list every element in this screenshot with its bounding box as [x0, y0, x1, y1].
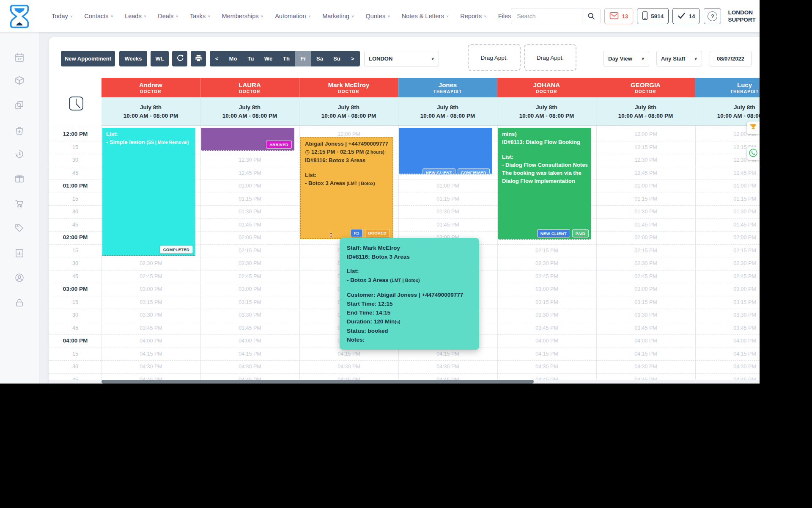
menu-item-notes-letters[interactable]: Notes & Letters∨: [402, 13, 449, 19]
time-slot-lucy[interactable]: 01:30 PM: [695, 205, 760, 218]
time-slot-andrew[interactable]: 04:15 PM: [102, 348, 200, 360]
menu-item-marketing[interactable]: Marketing∨: [322, 13, 354, 19]
time-slot-laura[interactable]: 04:15 PM: [200, 348, 299, 360]
time-slot-lucy[interactable]: 04:00 PM: [695, 334, 760, 347]
time-slot-lucy[interactable]: 03:15 PM: [695, 296, 760, 309]
column-header-lucy[interactable]: LucyTHERAPIST: [695, 78, 760, 97]
time-slot-andrew[interactable]: 02:30 PM: [102, 257, 200, 270]
time-slot-georgia[interactable]: 01:15 PM: [596, 193, 695, 205]
rewards-rail-button[interactable]: [747, 121, 760, 134]
sidebar-item-user-circle[interactable]: [14, 272, 25, 283]
day-sa[interactable]: Sa: [311, 51, 328, 66]
time-slot-georgia[interactable]: 04:15 PM: [596, 348, 695, 360]
phone-badge[interactable]: 5914: [637, 8, 669, 24]
time-slot-georgia[interactable]: 03:00 PM: [596, 283, 695, 295]
time-slot-georgia[interactable]: 01:00 PM: [596, 179, 695, 192]
day-next[interactable]: >: [346, 51, 360, 66]
column-header-mark-mcelroy[interactable]: Mark McElroyDOCTOR: [299, 78, 398, 97]
menu-item-deals[interactable]: Deals∨: [158, 13, 178, 19]
search-icon[interactable]: [582, 8, 600, 24]
time-slot-laura[interactable]: 03:15 PM: [200, 296, 299, 309]
appointment-jones[interactable]: NEW CLIENTCONFIRMED: [399, 128, 492, 174]
time-slot-laura[interactable]: 02:00 PM: [200, 231, 299, 244]
time-slot-johana[interactable]: 04:30 PM: [497, 360, 596, 373]
time-slot-georgia[interactable]: 02:15 PM: [596, 244, 695, 257]
day-th[interactable]: Th: [277, 51, 295, 66]
time-slot-mark-mcelroy[interactable]: 04:30 PM: [299, 360, 398, 373]
time-slot-georgia[interactable]: 12:15 PM: [596, 141, 695, 154]
time-slot-laura[interactable]: 01:00 PM: [200, 179, 299, 192]
sidebar-item-cart[interactable]: [14, 198, 25, 209]
hscrollbar-thumb[interactable]: [102, 380, 534, 384]
time-slot-georgia[interactable]: 01:30 PM: [596, 205, 695, 218]
search-input[interactable]: [511, 8, 582, 24]
time-slot-laura[interactable]: 01:30 PM: [200, 205, 299, 218]
sidebar-item-calendar-date[interactable]: 12: [14, 52, 25, 63]
time-slot-johana[interactable]: 04:15 PM: [497, 348, 596, 360]
time-slot-lucy[interactable]: 03:00 PM: [695, 283, 760, 295]
time-slot-andrew[interactable]: 04:00 PM: [102, 334, 200, 347]
drag-appt-slot-1[interactable]: Drag Appt.: [468, 44, 521, 71]
time-slot-johana[interactable]: 03:15 PM: [497, 296, 596, 309]
date-input[interactable]: 08/07/2022: [710, 51, 752, 66]
time-slot-lucy[interactable]: 12:45 PM: [695, 167, 760, 179]
weeks-button[interactable]: Weeks: [119, 51, 147, 66]
time-slot-laura[interactable]: 02:45 PM: [200, 270, 299, 283]
time-slot-georgia[interactable]: 04:30 PM: [596, 360, 695, 373]
sidebar-item-copy[interactable]: [14, 100, 25, 111]
sidebar-item-package[interactable]: [14, 75, 25, 86]
time-slot-lucy[interactable]: 01:45 PM: [695, 218, 760, 231]
time-slot-laura[interactable]: 01:15 PM: [200, 193, 299, 205]
view-select[interactable]: Day View ∨: [604, 51, 649, 66]
time-slot-andrew[interactable]: 03:45 PM: [102, 322, 200, 334]
column-header-jones[interactable]: JonesTHERAPIST: [398, 78, 497, 97]
time-slot-laura[interactable]: 12:45 PM: [200, 167, 299, 179]
time-slot-andrew[interactable]: 04:30 PM: [102, 360, 200, 373]
appointment-johana[interactable]: mins)ID#8113: Dialog Flow BookingList:- …: [498, 128, 591, 240]
time-slot-georgia[interactable]: 12:30 PM: [596, 154, 695, 166]
menu-item-reports[interactable]: Reports∨: [460, 13, 486, 19]
staff-select[interactable]: Any Staff ∨: [656, 51, 702, 66]
time-slot-andrew[interactable]: 03:00 PM: [102, 283, 200, 295]
menu-item-contacts[interactable]: Contacts∨: [84, 13, 113, 19]
menu-item-files[interactable]: Files: [498, 13, 511, 19]
menu-item-leads[interactable]: Leads∨: [125, 13, 146, 19]
menu-item-quotes[interactable]: Quotes∨: [365, 13, 390, 19]
mail-badge[interactable]: 13: [604, 8, 633, 24]
call-rail-button[interactable]: [747, 147, 760, 160]
appointment-mark-mcelroy[interactable]: Abigail Joness | +447490009777◷ 12:15 PM…: [300, 137, 393, 239]
time-slot-andrew[interactable]: 03:30 PM: [102, 309, 200, 321]
column-header-johana[interactable]: JOHANADOCTOR: [497, 78, 596, 97]
day-tu[interactable]: Tu: [242, 51, 259, 66]
sidebar-item-tag[interactable]: [14, 223, 25, 234]
time-slot-jones[interactable]: 01:30 PM: [398, 205, 497, 218]
sidebar-item-report-chart[interactable]: [14, 248, 25, 259]
time-slot-laura[interactable]: 01:45 PM: [200, 218, 299, 231]
time-slot-johana[interactable]: 02:30 PM: [497, 257, 596, 270]
time-slot-georgia[interactable]: 03:15 PM: [596, 296, 695, 309]
time-slot-laura[interactable]: 02:30 PM: [200, 257, 299, 270]
column-header-laura[interactable]: LAURADOCTOR: [200, 78, 299, 97]
time-slot-georgia[interactable]: 03:45 PM: [596, 322, 695, 334]
drag-appt-slot-2[interactable]: Drag Appt.: [524, 44, 576, 71]
time-slot-lucy[interactable]: 02:45 PM: [695, 270, 760, 283]
column-header-andrew[interactable]: AndrewDOCTOR: [102, 78, 200, 97]
time-slot-johana[interactable]: 02:45 PM: [497, 270, 596, 283]
time-slot-jones[interactable]: 01:45 PM: [398, 218, 497, 231]
menu-item-today[interactable]: Today∨: [52, 13, 73, 19]
time-slot-lucy[interactable]: 02:00 PM: [695, 231, 760, 244]
day-prev[interactable]: <: [210, 51, 224, 66]
sidebar-item-shopping-bag[interactable]: [14, 125, 25, 136]
time-slot-georgia[interactable]: 01:45 PM: [596, 218, 695, 231]
time-slot-laura[interactable]: 03:00 PM: [200, 283, 299, 295]
time-slot-georgia[interactable]: 02:00 PM: [596, 231, 695, 244]
time-slot-johana[interactable]: 02:15 PM: [497, 244, 596, 257]
time-slot-jones[interactable]: 01:15 PM: [398, 193, 497, 205]
day-we[interactable]: We: [259, 51, 277, 66]
time-slot-laura[interactable]: 02:15 PM: [200, 244, 299, 257]
sidebar-item-lock[interactable]: [14, 297, 25, 308]
time-slot-georgia[interactable]: 03:30 PM: [596, 309, 695, 321]
time-slot-georgia[interactable]: 04:00 PM: [596, 334, 695, 347]
waitlist-button[interactable]: WL: [151, 51, 169, 66]
time-slot-andrew[interactable]: 02:45 PM: [102, 270, 200, 283]
